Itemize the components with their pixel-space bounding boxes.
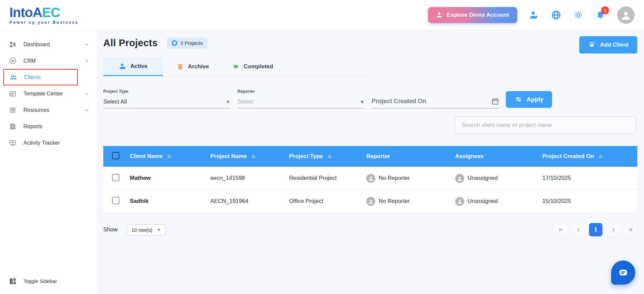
reporter-select[interactable]: Select ▼ xyxy=(237,98,364,108)
previous-page-button[interactable] xyxy=(572,223,585,236)
chevron-down-icon xyxy=(85,59,89,63)
sort-icon[interactable] xyxy=(327,154,332,158)
sidebar-item-label: Resources xyxy=(23,107,49,113)
project-type-select[interactable]: Select All ▼ xyxy=(103,98,230,108)
cell-created-on: 17/10/2025 xyxy=(537,175,637,181)
profile-avatar[interactable] xyxy=(617,6,635,24)
projects-count-badge: 2 Projects xyxy=(167,38,208,49)
chat-icon xyxy=(618,267,629,278)
sort-icon[interactable] xyxy=(167,154,172,158)
tab-label: Active xyxy=(130,63,147,70)
tab-archive[interactable]: Archive xyxy=(163,57,223,76)
archive-trash-icon xyxy=(177,63,184,70)
column-client-name[interactable]: Client Name xyxy=(125,153,205,160)
person-icon xyxy=(620,9,632,21)
rows-per-page-value: 10 row(s) xyxy=(131,227,153,233)
next-page-button[interactable] xyxy=(606,223,620,236)
sidebar-item-crm[interactable]: CRM xyxy=(0,53,97,69)
sidebar-item-activity-tracker[interactable]: Activity Tracker xyxy=(0,135,97,151)
tab-active[interactable]: Active xyxy=(103,57,163,76)
add-client-button[interactable]: Add Client xyxy=(579,36,637,54)
show-label: Show xyxy=(103,226,118,233)
sidebar: Dashboard CRM Clients xyxy=(0,30,97,294)
rows-per-page-select[interactable]: 10 row(s) ▼ xyxy=(126,224,166,235)
chevron-down-icon xyxy=(85,91,89,96)
notifications-button[interactable]: 1 xyxy=(595,10,606,20)
assignees-text: Unassigned xyxy=(468,175,498,181)
template-center-icon xyxy=(9,90,17,98)
tab-label: Archive xyxy=(188,63,209,70)
logo-text: IntoAEC xyxy=(9,6,78,19)
logo-a: A xyxy=(33,5,42,20)
created-on-datepicker[interactable]: Project Created On xyxy=(372,97,499,108)
column-project-created-on[interactable]: Project Created On xyxy=(537,153,637,160)
sort-icon[interactable] xyxy=(251,154,256,158)
table-row[interactable]: Sadhik AECN_191964 Office Project No Rep… xyxy=(103,190,637,213)
project-type-filter: Project Type Select All ▼ xyxy=(103,89,230,108)
column-reporter[interactable]: Reporter xyxy=(361,153,450,160)
sort-icon[interactable] xyxy=(598,154,603,158)
logo-into: Into xyxy=(9,5,33,20)
person-check-icon xyxy=(119,63,126,70)
sidebar-item-label: Reports xyxy=(23,124,42,130)
sidebar-item-label: Dashboard xyxy=(23,42,50,48)
table-row[interactable]: Mathew aecn_141598 Residential Project N… xyxy=(103,167,637,190)
first-page-button[interactable] xyxy=(554,223,568,236)
apply-button[interactable]: Apply xyxy=(506,91,552,108)
search-input[interactable] xyxy=(455,117,636,134)
explore-demo-account-label: Explore Demo Account xyxy=(447,12,509,18)
cell-assignees: Unassigned xyxy=(450,197,537,206)
tab-completed[interactable]: Completed xyxy=(223,57,282,76)
sidebar-item-template-center[interactable]: Template Center xyxy=(0,85,97,102)
column-project-type[interactable]: Project Type xyxy=(284,153,361,160)
row-checkbox[interactable] xyxy=(112,174,119,181)
tab-bar: Active Archive Completed xyxy=(103,57,372,76)
created-on-filter: Project Created On xyxy=(372,97,499,108)
language-button[interactable] xyxy=(551,10,561,20)
select-all-checkbox[interactable] xyxy=(112,152,119,159)
column-label: Client Name xyxy=(130,153,163,160)
dropdown-caret-icon: ▼ xyxy=(226,99,230,104)
sidebar-item-dashboard[interactable]: Dashboard xyxy=(0,36,97,53)
settings-button[interactable] xyxy=(573,10,584,20)
reporter-filter: Reporter Select ▼ xyxy=(237,89,364,108)
toggle-sidebar-icon xyxy=(9,277,17,285)
last-page-button[interactable] xyxy=(624,223,637,236)
project-type-value: Select All xyxy=(103,98,127,105)
handshake-icon xyxy=(232,63,240,71)
column-label: Project Type xyxy=(289,153,323,160)
tab-label: Completed xyxy=(244,63,273,70)
pagination: 1 xyxy=(554,223,637,236)
cell-reporter: No Reporter xyxy=(361,174,450,183)
dashboard-icon xyxy=(9,41,17,49)
person-add-icon xyxy=(529,10,539,20)
sliders-icon xyxy=(515,95,523,103)
main-content: All Projects 2 Projects Add Client xyxy=(97,30,644,294)
column-assignees[interactable]: Assignees xyxy=(450,153,537,160)
cell-project-type: Office Project xyxy=(284,198,361,205)
column-project-name[interactable]: Project Name xyxy=(205,153,284,160)
reporter-text: No Reporter xyxy=(379,175,410,181)
toggle-sidebar-button[interactable]: Toggle Sidebar xyxy=(0,273,97,289)
projects-count-label: 2 Projects xyxy=(180,40,203,46)
cell-created-on: 15/10/2025 xyxy=(537,198,637,205)
circle-icon xyxy=(172,40,177,46)
add-user-button[interactable] xyxy=(529,10,539,20)
sidebar-item-clients[interactable]: Clients xyxy=(3,69,78,85)
page-1-button[interactable]: 1 xyxy=(589,223,602,236)
cell-client-name: Mathew xyxy=(125,175,205,181)
sidebar-item-resources[interactable]: Resources xyxy=(0,102,97,118)
row-checkbox[interactable] xyxy=(112,197,119,204)
column-label: Project Name xyxy=(210,153,247,160)
reporter-placeholder: Select xyxy=(237,98,253,105)
add-client-label: Add Client xyxy=(600,42,629,48)
reporter-text: No Reporter xyxy=(379,198,410,205)
column-label: Assignees xyxy=(455,153,484,160)
app-window: IntoAEC Power up your Business Explore D… xyxy=(0,0,644,294)
explore-demo-account-button[interactable]: Explore Demo Account xyxy=(428,7,517,23)
chat-widget-button[interactable] xyxy=(611,261,635,285)
reports-icon xyxy=(9,123,17,131)
top-header: IntoAEC Power up your Business Explore D… xyxy=(0,0,644,30)
sidebar-item-reports[interactable]: Reports xyxy=(0,118,97,135)
avatar-icon xyxy=(455,197,464,206)
